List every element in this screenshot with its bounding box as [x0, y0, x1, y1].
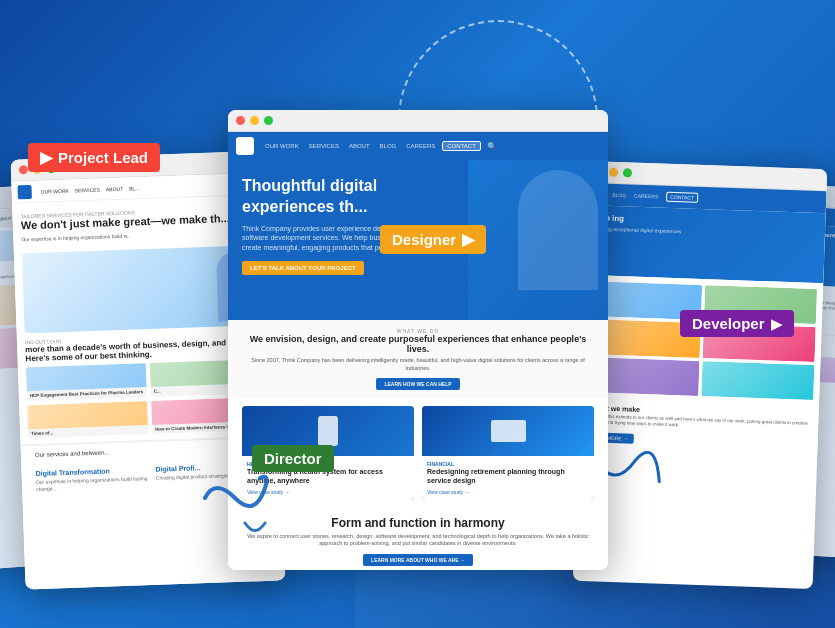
grid-img-6 [701, 361, 815, 400]
right-text-section: in what we make We ensure this extends t… [577, 398, 819, 457]
harmony-cta-wrapper: LEARN MORE ABOUT WHO WE ARE → [242, 548, 594, 566]
harmony-text: We aspire to connect user stories, resea… [242, 533, 594, 548]
card-2-image [422, 406, 594, 456]
browser-center: OUR WORK SERVICES ABOUT BLOG CAREERS CON… [228, 110, 608, 570]
wwd-title: We envision, design, and create purposef… [242, 334, 594, 354]
left-digital-col-1: Digital Transformation Our expertise in … [35, 466, 148, 492]
wwd-text: Since 2007, Think Company has been deliv… [242, 357, 594, 372]
nav-services: SERVICES [309, 143, 339, 149]
left-digital-text-1: Our expertise in helping organizations b… [36, 475, 148, 492]
close-dot-left [19, 165, 28, 174]
case-study-card-2: FINANCIAL Redesigning retirement plannin… [422, 406, 594, 499]
right-nav-contact: CONTACT [666, 192, 698, 203]
decorative-squiggle [195, 468, 275, 548]
minimize-dot-center [250, 116, 259, 125]
developer-badge: Developer ▶ [680, 310, 794, 337]
nav-about: ABOUT [349, 143, 370, 149]
card-2-title: Redesigning retirement planning through … [427, 467, 589, 485]
nav-blog: BLOG [380, 143, 397, 149]
card-2-link[interactable]: View case study → [427, 489, 589, 495]
designer-badge: Designer ▶ [380, 225, 486, 254]
right-nav-blog: BLOG [612, 192, 626, 198]
left-nav-blog: BL... [129, 185, 140, 191]
far-left-nav-items: OUR WORK SERVICES ABOUT [0, 215, 12, 224]
left-nav-work: OUR WORK [41, 187, 69, 194]
left-logo [17, 184, 31, 198]
right-nav-careers: CAREERS [634, 193, 658, 200]
nav-careers: CAREERS [406, 143, 435, 149]
director-label: Director [264, 450, 322, 467]
developer-label: Developer [692, 315, 765, 332]
project-lead-label: Project Lead [58, 149, 148, 166]
laptop-icon [491, 420, 526, 442]
card-2-content: FINANCIAL Redesigning retirement plannin… [422, 456, 594, 499]
hero-title: Thoughtful digital experiences th... [242, 176, 442, 218]
designer-label: Designer [392, 231, 456, 248]
blog-card-3: Times of... [27, 401, 148, 439]
director-badge: Director [252, 445, 334, 472]
left-nav-about: ABOUT [106, 185, 123, 192]
wwd-cta-btn[interactable]: LEARN HOW WE CAN HELP [376, 378, 459, 390]
nav-our-work: OUR WORK [265, 143, 299, 149]
harmony-section: Form and function in harmony We aspire t… [228, 508, 608, 570]
right-browser-content: BLOG CAREERS CONTACT e do ing Creating e… [575, 183, 826, 511]
cursor-icon-yellow: ▶ [462, 230, 474, 249]
center-nav-logo [236, 137, 254, 155]
what-we-do-section: WHAT WE DO We envision, design, and crea… [228, 320, 608, 398]
titlebar-center [228, 110, 608, 132]
close-dot-center [236, 116, 245, 125]
minimize-dot-right [609, 168, 618, 177]
squiggle-container [575, 448, 817, 510]
search-icon: 🔍 [487, 142, 497, 151]
hero-person [518, 170, 598, 290]
grid-item-6 [701, 361, 815, 400]
center-nav: OUR WORK SERVICES ABOUT BLOG CAREERS CON… [228, 132, 608, 160]
blog-card-1: HCP Engagement Best Practices for Pharma… [26, 363, 147, 401]
expand-dot-right [623, 168, 632, 177]
nav-contact: CONTACT [442, 141, 481, 151]
harmony-cta-btn[interactable]: LEARN MORE ABOUT WHO WE ARE → [363, 554, 473, 566]
phone-icon [318, 416, 338, 446]
right-hero: e do ing Creating exceptional digital ex… [583, 205, 825, 283]
harmony-title: Form and function in harmony [242, 516, 594, 530]
browser-right: BLOG CAREERS CONTACT e do ing Creating e… [573, 161, 828, 589]
left-nav-services: SERVICES [75, 186, 100, 193]
right-photo-grid [579, 275, 823, 406]
project-lead-badge: ▶ Project Lead [28, 143, 160, 172]
cursor-icon-purple: ▶ [771, 316, 782, 332]
expand-dot-center [264, 116, 273, 125]
hero-cta-btn[interactable]: LET'S TALK ABOUT YOUR PROJECT [242, 261, 364, 275]
hero-image [468, 160, 608, 320]
cursor-icon-red: ▶ [40, 148, 52, 167]
